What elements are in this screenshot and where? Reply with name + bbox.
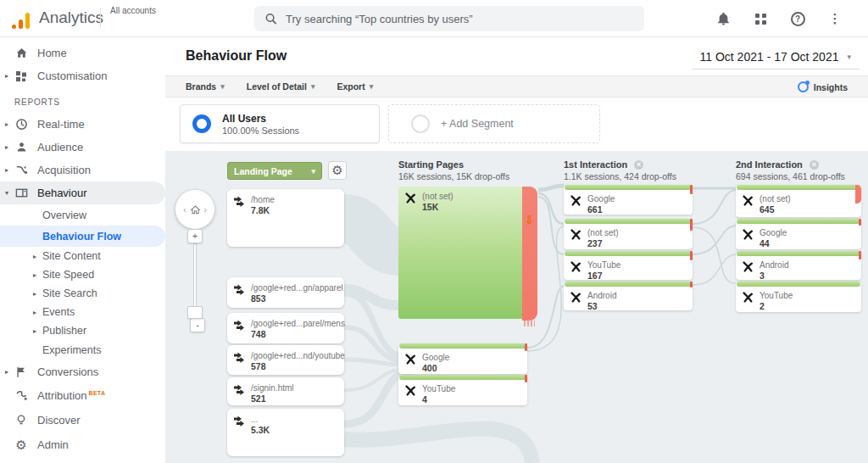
search-bar[interactable] [254, 6, 644, 31]
sidebar-item-audience[interactable]: Audience [0, 136, 165, 159]
report-header: Behaviour Flow 11 Oct 2021 - 17 Oct 2021 [165, 37, 868, 76]
sidebar-item-overview[interactable]: Overview [0, 204, 165, 226]
flow-node-landing-apparel[interactable]: /google+red...gn/apparel853 [227, 277, 344, 308]
apps-grid-icon[interactable] [751, 9, 770, 28]
flag-icon [14, 365, 28, 379]
sidebar-item-customisation[interactable]: Customisation [0, 64, 165, 87]
drop-off-tip [855, 185, 861, 204]
analytics-logo-icon[interactable] [12, 12, 31, 29]
export-dropdown[interactable]: Export [337, 81, 373, 92]
pages-flow-icon [234, 284, 245, 295]
help-icon[interactable] [788, 9, 807, 28]
flow-node-first-notset[interactable]: (not set)237 [564, 219, 693, 249]
expand-arrow-icon [33, 309, 36, 316]
insights-button[interactable]: Insights [791, 79, 854, 95]
traffic-bar [737, 251, 860, 256]
users-flow-icon [405, 192, 416, 204]
sidebar-item-events[interactable]: Events [0, 303, 165, 321]
zoom-out-button[interactable] [190, 318, 205, 332]
expand-arrow-icon [33, 290, 36, 298]
remove-column-icon[interactable] [810, 160, 819, 170]
segment-all-users[interactable]: All Users 100.00% Sessions [180, 104, 380, 143]
brands-dropdown[interactable]: Brands [186, 81, 225, 92]
collapse-arrow-icon [5, 189, 14, 197]
flow-node-first-youtube[interactable]: YouTube167 [564, 251, 693, 280]
add-segment-button[interactable]: + Add Segment [388, 104, 600, 143]
lightbulb-icon [14, 414, 28, 427]
chevron-left-icon[interactable] [183, 205, 186, 215]
behaviour-flow-canvas[interactable]: Landing Page Starting Pages 16K sessions… [165, 151, 868, 463]
more-vert-icon[interactable] [826, 9, 844, 28]
expand-arrow-icon [5, 72, 14, 80]
search-icon [264, 12, 277, 25]
notifications-bell-icon[interactable] [714, 9, 732, 28]
flow-node-first-google[interactable]: Google661 [564, 185, 693, 215]
flow-node-second-google[interactable]: Google44 [736, 219, 861, 249]
flow-settings-button[interactable] [328, 161, 347, 180]
sidebar-item-site-search[interactable]: Site Search [0, 284, 165, 303]
column-header-starting-pages: Starting Pages 16K sessions, 15K drop-of… [398, 159, 509, 181]
sidebar-item-conversions[interactable]: Conversions [0, 360, 165, 383]
traffic-bar [399, 343, 526, 349]
flow-node-second-youtube[interactable]: YouTube2 [736, 282, 861, 312]
dimension-selector-dropdown[interactable]: Landing Page [227, 162, 322, 180]
flow-node-starting-google[interactable]: Google400 [398, 343, 527, 374]
sidebar-item-site-speed[interactable]: Site Speed [0, 265, 165, 284]
chevron-down-icon [847, 53, 851, 61]
expand-arrow-icon [33, 253, 36, 260]
top-app-bar: Analytics All accounts [0, 0, 868, 37]
sidebar-item-behaviour[interactable]: Behaviour [0, 181, 165, 204]
sidebar-item-attribution[interactable]: AttributionBETA [0, 383, 165, 408]
flow-node-landing-signin[interactable]: /signin.html521 [227, 377, 344, 405]
main-content: Behaviour Flow 11 Oct 2021 - 17 Oct 2021… [165, 37, 868, 463]
remove-column-icon[interactable] [634, 160, 643, 170]
flow-node-landing-mens[interactable]: /google+red...parel/mens748 [227, 313, 344, 343]
flow-node-first-android[interactable]: Android53 [564, 282, 693, 310]
users-flow-icon [743, 261, 754, 272]
zoom-slider-handle[interactable] [187, 306, 203, 319]
insights-icon [798, 81, 809, 92]
flow-node-second-android[interactable]: Android3 [736, 251, 861, 280]
sidebar-item-admin[interactable]: Admin [0, 432, 165, 457]
sidebar-item-experiments[interactable]: Experiments [0, 340, 165, 360]
flow-pan-home-control[interactable] [175, 190, 214, 229]
sidebar-item-realtime[interactable]: Real-time [0, 113, 165, 136]
expand-arrow-icon [5, 120, 14, 128]
date-range-selector[interactable]: 11 Oct 2021 - 17 Oct 2021 [692, 44, 860, 70]
traffic-bar [565, 185, 692, 190]
flow-node-landing-other[interactable]: ...5.3K [227, 409, 344, 456]
sidebar-item-discover[interactable]: Discover [0, 408, 165, 432]
drop-off-bar[interactable] [522, 187, 537, 321]
behaviour-icon [14, 187, 28, 200]
level-of-detail-dropdown[interactable]: Level of Detail [247, 81, 315, 92]
flow-node-starting-youtube[interactable]: YouTube4 [398, 375, 527, 405]
flow-node-starting-notset[interactable]: (not set)15K [398, 187, 523, 319]
flow-node-landing-youtube[interactable]: /google+red...nd/youtube578 [227, 345, 344, 375]
zoom-in-button[interactable] [187, 229, 203, 243]
traffic-bar [565, 219, 692, 224]
traffic-bar [737, 282, 860, 287]
sidebar-item-acquisition[interactable]: Acquisition [0, 159, 165, 181]
brand-title[interactable]: Analytics [39, 7, 103, 29]
search-input[interactable] [286, 13, 634, 25]
chevron-right-icon[interactable] [204, 205, 207, 215]
segment-name: All Users [222, 113, 299, 125]
home-icon[interactable] [190, 204, 201, 215]
sidebar-item-site-content[interactable]: Site Content [0, 247, 165, 265]
person-icon [14, 141, 28, 154]
traffic-bar [565, 251, 692, 256]
drop-off-arrow-icon [525, 214, 534, 226]
drop-off-tip [690, 185, 693, 194]
sidebar-item-publisher[interactable]: Publisher [0, 321, 165, 340]
sidebar-item-behaviour-flow[interactable]: Behaviour Flow [0, 226, 165, 247]
sidebar-item-home[interactable]: Home [0, 42, 165, 64]
drop-off-tip [525, 375, 527, 382]
flow-node-second-notset[interactable]: (not set)645 [736, 185, 861, 217]
drop-off-tip [690, 251, 693, 260]
segment-ring-icon [192, 114, 211, 133]
flow-node-landing-home[interactable]: /home7.8K [227, 189, 344, 247]
users-flow-icon [405, 385, 416, 396]
pages-flow-icon [234, 416, 245, 427]
all-accounts-label[interactable]: All accounts [110, 6, 156, 15]
beta-badge: BETA [89, 390, 106, 396]
